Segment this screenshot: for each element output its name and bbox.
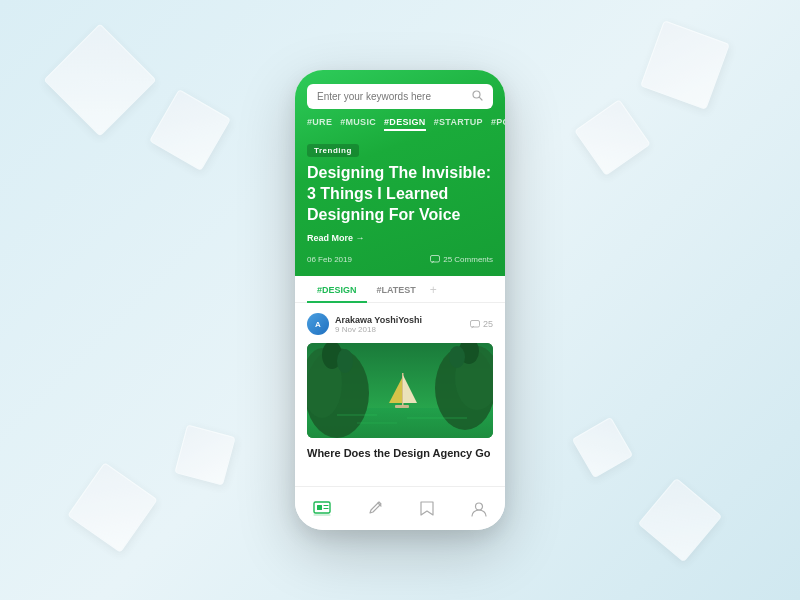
phone-frame: #URE #MUSIC #DESIGN #STARTUP #PO Trendin… xyxy=(295,70,505,530)
tag-design[interactable]: #DESIGN xyxy=(384,117,426,131)
content-tabs: #DESIGN #LATEST + xyxy=(295,276,505,303)
svg-rect-22 xyxy=(317,505,322,510)
article-comments-count: 25 xyxy=(470,319,493,329)
search-icon xyxy=(472,90,483,103)
hero-date: 06 Feb 2019 xyxy=(307,255,352,264)
tag-po[interactable]: #PO xyxy=(491,117,505,131)
svg-rect-3 xyxy=(470,320,479,327)
decorative-cube-4 xyxy=(574,99,651,176)
hero-comments: 25 Comments xyxy=(430,255,493,264)
hero-title: Designing The Invisible: 3 Things I Lear… xyxy=(295,163,505,225)
article-title: Where Does the Design Agency Go xyxy=(307,446,493,461)
tab-latest[interactable]: #LATEST xyxy=(367,285,426,303)
author-name: Arakawa YoshiYoshi xyxy=(335,315,422,325)
article-image xyxy=(307,343,493,438)
tag-ure[interactable]: #URE xyxy=(307,117,332,131)
decorative-cube-7 xyxy=(638,478,723,563)
decorative-cube-1 xyxy=(43,23,156,136)
article-card: A Arakawa YoshiYoshi 9 Nov 2018 25 xyxy=(295,303,505,461)
article-author-row: A Arakawa YoshiYoshi 9 Nov 2018 25 xyxy=(307,313,493,335)
svg-point-27 xyxy=(475,503,482,510)
tab-design[interactable]: #DESIGN xyxy=(307,285,367,303)
comments-number: 25 xyxy=(483,319,493,329)
nav-profile[interactable] xyxy=(463,497,495,521)
search-input[interactable] xyxy=(317,91,466,102)
decorative-cube-2 xyxy=(149,89,231,171)
author-details: Arakawa YoshiYoshi 9 Nov 2018 xyxy=(335,315,422,334)
search-bar[interactable] xyxy=(307,84,493,109)
svg-point-9 xyxy=(337,349,353,373)
content-section: #DESIGN #LATEST + A Arakawa YoshiYoshi 9… xyxy=(295,276,505,486)
nav-bookmarks[interactable] xyxy=(412,497,442,521)
author-date: 9 Nov 2018 xyxy=(335,325,422,334)
svg-line-1 xyxy=(479,97,482,100)
tab-add-button[interactable]: + xyxy=(430,284,437,302)
bottom-navigation xyxy=(295,486,505,530)
svg-point-13 xyxy=(449,346,465,368)
nav-write[interactable] xyxy=(360,497,392,521)
avatar: A xyxy=(307,313,329,335)
hero-meta: 06 Feb 2019 25 Comments xyxy=(295,243,505,276)
tag-navigation: #URE #MUSIC #DESIGN #STARTUP #PO xyxy=(295,109,505,139)
decorative-cube-5 xyxy=(67,462,158,553)
decorative-cube-6 xyxy=(174,424,235,485)
decorative-cube-3 xyxy=(640,20,730,110)
svg-rect-2 xyxy=(431,256,440,263)
nav-feed[interactable] xyxy=(305,497,339,521)
author-info: A Arakawa YoshiYoshi 9 Nov 2018 xyxy=(307,313,422,335)
trending-badge: Trending xyxy=(307,144,359,157)
decorative-cube-8 xyxy=(572,417,633,478)
tag-music[interactable]: #MUSIC xyxy=(340,117,376,131)
read-more-button[interactable]: Read More → xyxy=(295,225,505,243)
hero-section: #URE #MUSIC #DESIGN #STARTUP #PO Trendin… xyxy=(295,70,505,276)
tag-startup[interactable]: #STARTUP xyxy=(434,117,483,131)
